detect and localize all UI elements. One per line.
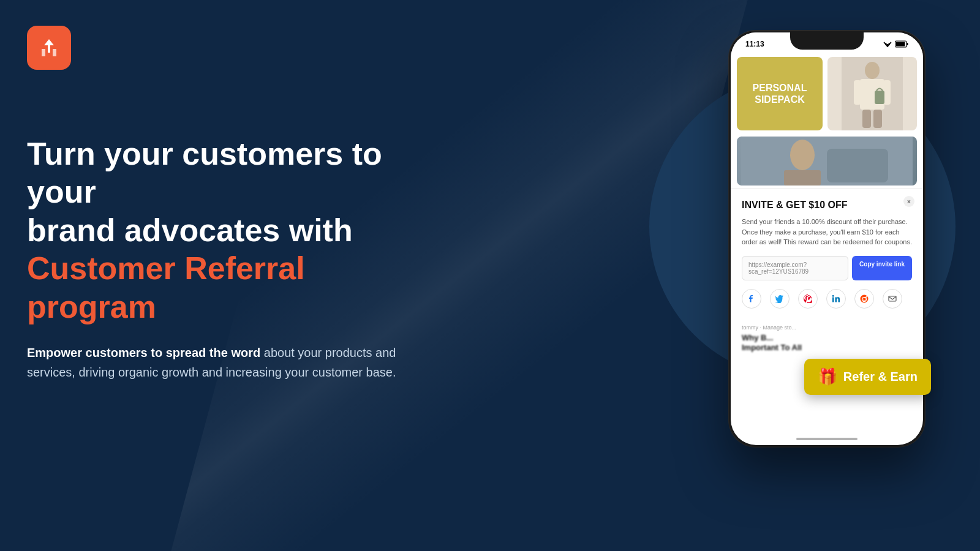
phone-area: 11:13	[710, 12, 943, 539]
svg-rect-6	[854, 80, 861, 105]
status-icons	[883, 40, 908, 48]
svg-point-19	[862, 298, 864, 299]
phone-wrapper: 11:13	[729, 31, 925, 447]
home-indicator	[796, 438, 858, 440]
product-card: PERSONAL SIDEPACK	[731, 51, 923, 137]
copy-invite-button[interactable]: Copy invite link	[852, 256, 912, 280]
facebook-icon	[747, 294, 756, 303]
product-image	[842, 57, 903, 130]
close-icon: ×	[907, 198, 911, 205]
headline-line1: Turn your customers to your	[27, 136, 382, 209]
invite-url-field[interactable]: https://example.com?sca_ref=12YUS16789	[742, 256, 848, 280]
twitter-share-button[interactable]	[770, 289, 790, 309]
svg-rect-1	[907, 43, 908, 45]
product-image-box	[827, 57, 917, 130]
product-image-wide	[737, 137, 917, 186]
email-share-button[interactable]	[883, 289, 902, 309]
svg-rect-15	[832, 297, 834, 302]
refer-earn-label: Refer & Earn	[843, 370, 918, 384]
svg-point-16	[832, 294, 834, 296]
app-bottom-meta: tommy · Manage sto...	[742, 324, 912, 331]
pinterest-icon	[804, 294, 812, 303]
wifi-icon	[883, 40, 892, 48]
modal-container: × INVITE & GET $10 OFF Send your friends…	[731, 188, 923, 318]
modal-title: INVITE & GET $10 OFF	[742, 200, 912, 211]
headline-accent: Customer Referral program	[27, 250, 305, 324]
product-label: PERSONAL SIDEPACK	[744, 82, 815, 105]
modal-close-button[interactable]: ×	[903, 196, 914, 207]
gift-icon: 🎁	[818, 367, 837, 386]
logo	[27, 26, 71, 70]
battery-icon	[895, 40, 908, 48]
svg-point-4	[865, 62, 880, 79]
linkedin-icon	[832, 294, 840, 303]
email-icon	[888, 294, 897, 303]
refer-earn-button[interactable]: 🎁 Refer & Earn	[804, 359, 931, 395]
phone-notch	[790, 32, 864, 50]
svg-point-12	[790, 140, 815, 170]
subtext: Empower customers to spread the word abo…	[27, 343, 431, 382]
invite-input-row: https://example.com?sca_ref=12YUS16789 C…	[742, 256, 912, 280]
heading-line1: Why B...	[742, 333, 773, 342]
twitter-icon	[775, 294, 784, 303]
svg-rect-10	[875, 91, 884, 104]
linkedin-share-button[interactable]	[826, 289, 846, 309]
svg-rect-2	[896, 42, 905, 47]
reddit-share-button[interactable]	[854, 289, 874, 309]
modal-description: Send your friends a 10.00% discount off …	[742, 217, 912, 247]
left-content: Turn your customers to your brand advoca…	[27, 135, 431, 382]
product-label-box: PERSONAL SIDEPACK	[737, 57, 823, 130]
reddit-icon	[860, 294, 869, 303]
svg-rect-14	[827, 149, 888, 182]
heading-line2: Important To All	[742, 343, 802, 352]
app-bottom-heading: Why B... Important To All	[742, 333, 912, 354]
pinterest-share-button[interactable]	[798, 289, 818, 309]
social-icons-row	[742, 289, 912, 309]
headline-line2: brand advocates with	[27, 212, 353, 248]
svg-rect-8	[862, 110, 871, 128]
svg-point-20	[865, 298, 866, 299]
svg-rect-9	[873, 110, 882, 128]
product-row2	[731, 137, 923, 188]
app-bottom: tommy · Manage sto... Why B... Important…	[731, 318, 923, 360]
logo-icon	[37, 36, 61, 60]
invite-url-text: https://example.com?sca_ref=12YUS16789	[748, 261, 809, 275]
status-time: 11:13	[745, 40, 764, 48]
subtext-bold: Empower customers to spread the word	[27, 346, 260, 359]
headline: Turn your customers to your brand advoca…	[27, 135, 431, 326]
svg-rect-13	[784, 170, 821, 186]
copy-btn-label: Copy invite link	[859, 261, 905, 268]
product-image2	[741, 137, 913, 186]
facebook-share-button[interactable]	[742, 289, 761, 309]
